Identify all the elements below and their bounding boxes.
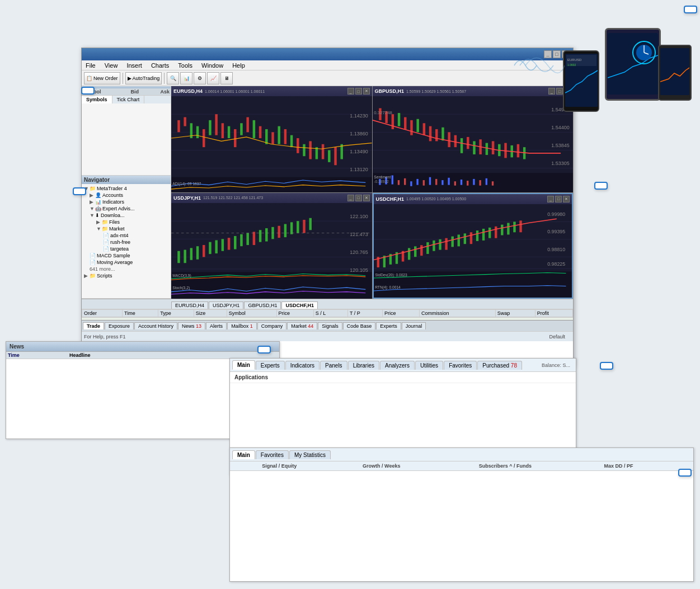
svg-rect-54	[448, 132, 450, 147]
menu-insert[interactable]: Insert	[125, 62, 144, 69]
mw-tab-tick[interactable]: Tick Chart	[112, 96, 145, 103]
mobile-devices: EURUSD 1.0602	[560, 17, 694, 106]
svg-text:120.765: 120.765	[350, 249, 368, 255]
menu-charts[interactable]: Charts	[149, 62, 171, 69]
chart-eurusd-canvas[interactable]: 1.14230 1.13860 1.13490 1.13120 ADI(14):…	[171, 96, 372, 192]
toolbar-btn-3[interactable]: ⚙	[194, 72, 206, 84]
annotation-financial-news	[257, 346, 271, 354]
chart-usdjpy-close[interactable]: ✕	[363, 195, 370, 201]
nav-item-adx[interactable]: 📄 adx-mt4	[83, 232, 170, 239]
svg-rect-65	[516, 144, 519, 158]
btab-mailbox[interactable]: Mailbox 1	[227, 322, 257, 329]
store-balance: Balance: S...	[542, 362, 574, 368]
store-tab-indicators[interactable]: Indicators	[285, 361, 320, 370]
store-tab-utilities[interactable]: Utilities	[415, 361, 443, 370]
chart-restore-btn[interactable]: □	[355, 88, 362, 95]
social-tab-stats[interactable]: My Statistics	[289, 450, 331, 459]
svg-rect-141	[414, 246, 416, 257]
nav-item-accounts[interactable]: ▶ 👤 Accounts	[83, 192, 170, 199]
toolbar-btn-4[interactable]: 📈	[207, 72, 219, 84]
btab-trade[interactable]: Trade	[83, 322, 104, 329]
store-tab-main[interactable]: Main	[232, 360, 255, 370]
nav-item-ma[interactable]: 📄 Moving Average	[83, 259, 170, 266]
chart-usdjpy-rest[interactable]: □	[355, 195, 362, 201]
nav-item-more[interactable]: 641 more...	[83, 266, 170, 272]
svg-rect-45	[391, 114, 393, 129]
nav-item-scripts[interactable]: ▶ 📁 Scripts	[83, 272, 170, 279]
nav-item-mt4[interactable]: ▼ 📁 MetaTrader 4	[83, 185, 170, 192]
nav-item-files[interactable]: ▶ 📁 Files	[83, 219, 170, 225]
store-tab-experts[interactable]: Experts	[256, 361, 285, 370]
chart-close-btn[interactable]: ✕	[363, 88, 370, 95]
chart-usdjpy-min[interactable]: _	[347, 195, 354, 201]
btab-exposure[interactable]: Exposure	[105, 322, 134, 329]
svg-rect-88	[479, 180, 481, 186]
toolbar-btn-2[interactable]: 📊	[180, 72, 192, 84]
toolbar-btn-1[interactable]: 🔍	[167, 72, 179, 84]
btab-history[interactable]: Account History	[134, 322, 177, 329]
btab-company[interactable]: Company	[257, 322, 287, 329]
col-type: Type	[158, 310, 194, 317]
chart-usdchf-min[interactable]: _	[547, 196, 554, 202]
nav-item-downloads[interactable]: ▼ ⬇ Downloa...	[83, 212, 170, 219]
chart-usdchf-rest[interactable]: □	[555, 196, 562, 202]
svg-rect-23	[290, 135, 293, 147]
svg-rect-77	[410, 181, 412, 186]
store-tab-favorites[interactable]: Favorites	[444, 361, 477, 370]
menu-window[interactable]: Window	[200, 62, 225, 69]
toolbar-btn-5[interactable]: 🖥	[220, 72, 233, 84]
btab-news[interactable]: News 13	[178, 322, 205, 329]
btab-signals[interactable]: Signals	[318, 322, 342, 329]
social-tab-favorites[interactable]: Favorites	[256, 450, 289, 459]
chart-tab-usdchf[interactable]: USDCHF,H1	[281, 301, 318, 309]
chart-gbpusd-canvas[interactable]: 1.54940 1.54400 1.53845 1.53305	[373, 96, 574, 192]
svg-text:-0.18922: -0.18922	[374, 180, 389, 184]
social-tab-main[interactable]: Main	[232, 450, 255, 459]
social-section: Main Favorites My Statistics Signal / Eq…	[229, 447, 694, 582]
btab-codebase[interactable]: Code Base	[343, 322, 376, 329]
new-order-button[interactable]: 📋New Order	[84, 72, 120, 84]
phone-device-1: EURUSD 1.0602	[563, 50, 599, 112]
store-tab-purchased[interactable]: Purchased 78	[477, 361, 522, 370]
menu-file[interactable]: File	[84, 62, 97, 69]
svg-rect-36	[171, 177, 372, 192]
chart-eurusd-header: EURUSD,H4 1.06014 1.06001 1.06001 1.0601…	[171, 86, 372, 96]
nav-item-market[interactable]: ▼ 📁 Market	[83, 225, 170, 232]
svg-rect-102	[196, 246, 199, 260]
btab-market[interactable]: Market 44	[287, 322, 317, 329]
svg-rect-76	[404, 178, 406, 185]
mw-tab-symbols[interactable]: Symbols	[82, 96, 112, 103]
svg-rect-48	[410, 120, 412, 135]
store-tab-libraries[interactable]: Libraries	[348, 361, 379, 370]
nav-item-targetea[interactable]: 📄 targetea	[83, 246, 170, 252]
nav-item-macd[interactable]: 📄 MACD Sample	[83, 252, 170, 259]
menu-help[interactable]: Help	[231, 62, 247, 69]
store-tab-analyzers[interactable]: Analyzers	[380, 361, 415, 370]
chart-usdchf-canvas[interactable]: 0.99980 0.99395 0.98810 0.98225 StdDev(2…	[374, 204, 572, 298]
chart-usdjpy-canvas[interactable]: 122.100 121.473 120.765 120.105 MACD(3,9…	[171, 203, 372, 299]
chart-usdchf-close[interactable]: ✕	[563, 196, 570, 202]
col-symbol: Symbol	[227, 310, 276, 317]
nav-item-rush[interactable]: 📄 rush-free	[83, 239, 170, 246]
menu-tools[interactable]: Tools	[176, 62, 194, 69]
store-tab-panels[interactable]: Panels	[320, 361, 347, 370]
chart-usdchf-svg: 0.99980 0.99395 0.98810 0.98225 StdDev(2…	[374, 204, 572, 298]
btab-experts[interactable]: Experts	[376, 322, 401, 329]
nav-item-indicators[interactable]: ▶ 📊 Indicators	[83, 199, 170, 205]
mw-col-bid-header: Bid	[108, 89, 139, 95]
svg-text:1.13490: 1.13490	[350, 149, 368, 154]
chart-tab-usdjpy[interactable]: USDJPY,H1	[209, 301, 243, 309]
chart-tab-gbpusd[interactable]: GBPUSD,H1	[244, 301, 281, 309]
autotrading-button[interactable]: ▶AutoTrading	[125, 72, 162, 84]
svg-rect-17	[253, 120, 255, 138]
menu-view[interactable]: View	[103, 62, 120, 69]
btab-alerts[interactable]: Alerts	[206, 322, 227, 329]
signal-header-row: Signal / Equity Growth / Weeks Subscribe…	[230, 461, 693, 471]
orders-header-row: Order Time Type Size Symbol Price S / L …	[82, 310, 573, 317]
btab-journal[interactable]: Journal	[402, 322, 426, 329]
nav-item-experts[interactable]: ▼ 🤖 Expert Advis...	[83, 205, 170, 212]
svg-text:1.53845: 1.53845	[551, 143, 570, 148]
chart-minimize-btn[interactable]: _	[347, 88, 354, 95]
chart-tab-eurusd[interactable]: EURUSD,H4	[171, 301, 208, 309]
svg-rect-167	[608, 33, 658, 95]
